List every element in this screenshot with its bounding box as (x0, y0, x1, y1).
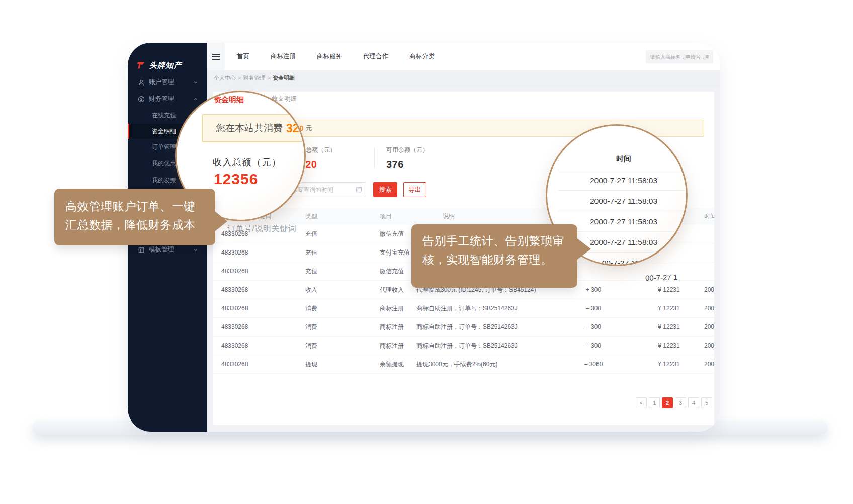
cell-type: 收入 (305, 281, 317, 299)
magnified-date-row-2: 2000-7-27 11:58:03 (558, 211, 688, 232)
pagination: <12345 (636, 397, 712, 408)
cell-order: 48330268 (221, 281, 248, 299)
cell-type: 消费 (305, 318, 317, 337)
cell-type: 提现 (305, 355, 317, 374)
cell-balance: ¥ 12231 (644, 318, 694, 337)
cell-project: 代理收入 (380, 281, 404, 299)
pagination-prev[interactable]: < (636, 397, 647, 408)
magnified-consumption-banner: 您在本站共消费 32124 元 (202, 114, 306, 142)
magnified-income-value: 12356 (214, 171, 258, 188)
cell-balance: ¥ 12231 (644, 281, 694, 299)
sidebar-item-label: 资金明细 (152, 127, 176, 136)
breadcrumb-separator: > (238, 75, 241, 81)
cell-time: 2000-7-27 11:58:03 (704, 299, 714, 318)
top-navbar: 首页商标注册商标服务代理合作商标分类 (207, 43, 720, 70)
chevron-down-icon (193, 247, 198, 253)
cell-project: 支付宝充值 (380, 243, 410, 262)
brand-logo-icon (137, 61, 146, 69)
cell-balance: ¥ 12231 (644, 299, 694, 318)
chevron-down-icon (193, 80, 198, 85)
nav-item-4[interactable]: 商标分类 (409, 52, 435, 61)
cell-balance: ¥ 12231 (644, 337, 694, 355)
callout-smart-finance: 告别手工统计、告别繁琐审核，实现智能财务管理。 (411, 224, 577, 288)
pagination-page-4[interactable]: 4 (688, 397, 699, 408)
magnified-date-row-1: 2000-7-27 11:58:03 (558, 191, 688, 211)
hamburger-menu-icon[interactable] (207, 43, 225, 70)
nav-item-0[interactable]: 首页 (237, 52, 249, 61)
brand-logo[interactable]: 头牌知产 (128, 43, 207, 74)
pagination-page-2[interactable]: 2 (662, 397, 673, 408)
table-row-6[interactable]: 48330268消费商标注册商标自助注册，订单号：SB2514263J– 300… (213, 337, 714, 355)
sidebar-item-0[interactable]: 账户管理 (128, 74, 207, 91)
magnified-header-spill: 订单号/说明关键词 (227, 224, 296, 234)
sidebar-item-label: 我的发票 (152, 176, 176, 185)
sort-chevron-icon: ∨ (381, 208, 385, 225)
breadcrumb-separator: > (267, 75, 270, 81)
sidebar-item-label: 在线充值 (152, 111, 176, 120)
cell-order: 48330268 (221, 243, 248, 262)
banner-unit: 元 (306, 124, 312, 133)
cell-type: 充值 (305, 262, 317, 281)
cell-time: 2000-7-27 11:58:03 (704, 337, 714, 355)
magnified-date-row-0: 2000-7-27 11:58:03 (558, 170, 688, 191)
magnified-tab-label: 资金明细 (214, 95, 244, 105)
brand-logo-text: 头牌知产 (149, 61, 182, 70)
sidebar-item-label: 模板管理 (149, 245, 174, 254)
cell-project: 微信充值 (380, 262, 404, 281)
user-icon (138, 79, 145, 86)
cell-desc: 商标自助注册，订单号：SB2514263J (416, 299, 518, 318)
table-row-5[interactable]: 48330268消费商标注册商标自助注册，订单号：SB2514263J– 300… (213, 318, 714, 337)
cell-order: 48330268 (221, 337, 248, 355)
cell-amount: – 300 (568, 318, 619, 337)
sidebar-item-1[interactable]: 财务管理 (128, 91, 207, 107)
sort-chevron-icon: ∨ (307, 208, 310, 225)
pagination-page-1[interactable]: 1 (649, 397, 660, 408)
stat-available-balance: 可用余额（元） 376 (386, 146, 429, 171)
cell-desc: 商标自助注册，订单号：SB2514263J (416, 318, 518, 337)
sidebar-item-label: 订单管理 (152, 143, 176, 151)
breadcrumb-part-0[interactable]: 个人中心 (214, 75, 236, 81)
trademark-search-input[interactable] (646, 50, 713, 63)
calendar-icon[interactable] (356, 186, 362, 193)
cell-amount: – 300 (568, 337, 619, 355)
nav-item-1[interactable]: 商标注册 (271, 52, 296, 61)
magnified-date-spill: 00-7-27 1 (645, 273, 678, 282)
page: 头牌知产 账户管理财务管理在线充值资金明细订单管理我的优惠券我的发票模板管理 首… (0, 0, 853, 504)
cell-time: 2000-7-27 11:58:03 (704, 355, 714, 374)
cell-type: 消费 (305, 299, 317, 318)
table-row-4[interactable]: 48330268消费商标注册商标自助注册，订单号：SB2514263J– 300… (213, 299, 714, 318)
sidebar-item-label: 财务管理 (149, 95, 174, 103)
cell-project: 微信充值 (380, 225, 404, 243)
cell-order: 48330268 (221, 262, 248, 281)
cell-desc: 商标自助注册，订单号：SB2514263J (416, 337, 518, 355)
cell-type: 充值 (305, 225, 317, 243)
pagination-page-3[interactable]: 3 (675, 397, 686, 408)
cell-project: 商标注册 (380, 337, 404, 355)
cell-order: 48330268 (221, 318, 248, 337)
magnified-income-label: 收入总额（元） (213, 156, 282, 169)
cell-type: 消费 (305, 337, 317, 355)
main-nav: 首页商标注册商标服务代理合作商标分类 (237, 52, 435, 61)
nav-item-3[interactable]: 代理合作 (363, 52, 388, 61)
cell-project: 商标注册 (380, 318, 404, 337)
pagination-page-5[interactable]: 5 (701, 397, 712, 408)
nav-item-2[interactable]: 商标服务 (317, 52, 342, 61)
breadcrumb-part-1[interactable]: 财务管理 (243, 75, 265, 81)
breadcrumb-part-2: 资金明细 (273, 75, 295, 81)
cell-desc: 提现3000元，手续费2%(60元) (416, 355, 497, 374)
search-button[interactable]: 搜索 (373, 182, 397, 197)
stat-divider (374, 148, 375, 168)
sidebar-item-label: 账户管理 (149, 78, 174, 87)
cell-project: 商标注册 (380, 299, 404, 318)
cell-project: 余额提现 (380, 355, 404, 374)
breadcrumb: 个人中心>财务管理>资金明细 (207, 70, 720, 86)
cell-time: 2000-7-27 11:58:03 (704, 281, 714, 299)
cell-balance: ¥ 12231 (644, 355, 694, 374)
cell-order: 48330268 (221, 355, 248, 374)
cell-order: 48330268 (221, 299, 248, 318)
template-icon (138, 246, 145, 254)
callout-account-orders: 高效管理账户订单、一键汇总数据，降低财务成本 (54, 189, 215, 245)
export-button[interactable]: 导出 (403, 182, 426, 197)
table-row-7[interactable]: 48330268提现余额提现提现3000元，手续费2%(60元)– 3060¥ … (213, 355, 714, 374)
cell-time: 2000-7-27 11:58:03 (704, 318, 714, 337)
